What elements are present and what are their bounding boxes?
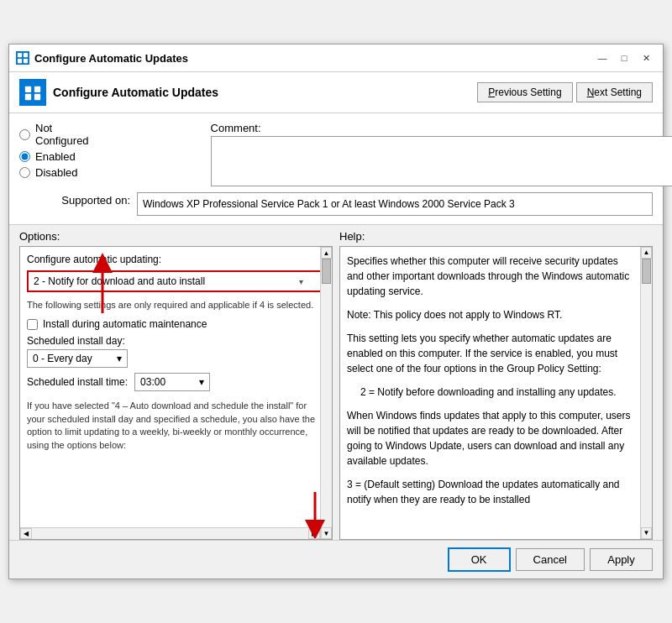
comment-label: Comment: — [211, 122, 672, 134]
dropdown-wrapper: 2 - Notify for download and auto install… — [27, 270, 325, 292]
svg-rect-1 — [24, 53, 28, 57]
ok-button[interactable]: OK — [448, 547, 511, 572]
next-setting-button[interactable]: Next Setting — [576, 82, 653, 102]
radio-not-configured: Not Configured — [19, 122, 89, 147]
not-configured-radio[interactable] — [19, 129, 30, 140]
scheduled-day-label: Scheduled install day: — [27, 335, 325, 347]
title-bar-left: Configure Automatic Updates — [16, 51, 188, 65]
nav-buttons: Previous Setting Next Setting — [477, 82, 653, 102]
help-scrollbar-v[interactable]: ▲ ▼ — [640, 247, 652, 539]
small-text: The following settings are only required… — [27, 299, 325, 312]
scroll-left-btn[interactable]: ◀ — [20, 528, 32, 539]
svg-rect-0 — [18, 53, 22, 57]
comment-section: Comment: — [211, 122, 672, 189]
svg-rect-7 — [34, 94, 40, 100]
help-panel: Help: Specifies whether this computer wi… — [339, 230, 653, 540]
close-button[interactable]: ✕ — [636, 50, 656, 66]
header-title: Configure Automatic Updates — [53, 86, 470, 99]
enabled-radio[interactable] — [19, 151, 30, 162]
two-panel: Options: Configure automatic updating: 2… — [9, 225, 663, 540]
svg-rect-5 — [34, 86, 40, 92]
scheduled-time-label: Scheduled install time: — [27, 376, 128, 388]
apply-button[interactable]: Apply — [590, 548, 653, 571]
radio-enabled: Enabled — [19, 150, 89, 163]
svg-rect-3 — [24, 59, 28, 63]
help-p6: 3 = (Default setting) Download the updat… — [347, 477, 645, 507]
header-icon — [19, 79, 46, 106]
window-icon — [16, 51, 29, 65]
help-p1: Specifies whether this computer will rec… — [347, 254, 645, 299]
dropdown-value: 2 - Notify for download and auto install — [34, 275, 205, 287]
help-p2: Note: This policy does not apply to Wind… — [347, 307, 645, 322]
enabled-label: Enabled — [35, 150, 76, 163]
options-scrollbar-v[interactable]: ▲ ▼ — [320, 247, 332, 539]
comment-textarea[interactable] — [211, 136, 672, 186]
scroll-up-btn[interactable]: ▲ — [321, 247, 332, 259]
maximize-button[interactable]: □ — [614, 50, 634, 66]
configure-dropdown[interactable]: 2 - Notify for download and auto install… — [27, 270, 325, 292]
scroll-track-h — [32, 528, 308, 539]
checkbox-item: Install during automatic maintenance — [27, 318, 325, 330]
options-scrollbar-h[interactable]: ◀ ▶ — [20, 527, 320, 539]
dropdown-arrow-icon: ▾ — [299, 277, 303, 286]
svg-rect-4 — [25, 86, 31, 92]
configure-label: Configure automatic updating: — [27, 254, 325, 265]
options-panel: Options: Configure automatic updating: 2… — [19, 230, 333, 540]
day-dropdown-icon: ▾ — [117, 353, 122, 364]
options-box: Configure automatic updating: 2 - Notify… — [19, 246, 333, 540]
supported-value: Windows XP Professional Service Pack 1 o… — [137, 192, 653, 216]
content-area: Not Configured Enabled Disabled Comment:… — [9, 113, 663, 225]
not-configured-label: Not Configured — [35, 122, 89, 147]
scheduled-day-select[interactable]: 0 - Every day ▾ — [27, 349, 128, 368]
help-scroll-up-btn[interactable]: ▲ — [641, 247, 652, 259]
checkbox-label: Install during automatic maintenance — [43, 318, 207, 330]
scheduled-time-select[interactable]: 03:00 ▾ — [134, 373, 210, 391]
minimize-button[interactable]: — — [592, 50, 612, 66]
disabled-radio[interactable] — [19, 167, 30, 178]
header-bar: Configure Automatic Updates Previous Set… — [9, 72, 663, 113]
bottom-option-text: If you have selected "4 – Auto download … — [27, 400, 325, 452]
install-checkbox[interactable] — [27, 319, 38, 330]
time-dropdown-icon: ▾ — [199, 376, 204, 388]
svg-rect-2 — [18, 59, 22, 63]
scroll-right-btn[interactable]: ▶ — [308, 528, 320, 539]
scroll-down-btn[interactable]: ▼ — [321, 527, 332, 539]
window-title: Configure Automatic Updates — [34, 52, 188, 65]
scroll-track — [321, 259, 332, 527]
title-bar: Configure Automatic Updates — □ ✕ — [9, 44, 663, 72]
radio-disabled: Disabled — [19, 166, 89, 179]
options-label: Options: — [19, 230, 333, 243]
help-scroll-track — [641, 259, 652, 527]
prev-setting-button[interactable]: Previous Setting — [477, 82, 572, 102]
svg-rect-6 — [25, 94, 31, 100]
help-box: Specifies whether this computer will rec… — [339, 246, 653, 540]
supported-row: Supported on: Windows XP Professional Se… — [19, 192, 653, 216]
bottom-bar: OK Cancel Apply — [9, 540, 663, 578]
help-p4: 2 = Notify before downloading and instal… — [347, 385, 645, 400]
main-window: Configure Automatic Updates — □ ✕ Config… — [8, 44, 664, 579]
cancel-button[interactable]: Cancel — [516, 548, 585, 571]
help-scroll-down-btn[interactable]: ▼ — [641, 527, 652, 539]
help-scroll-thumb[interactable] — [642, 259, 651, 284]
disabled-label: Disabled — [35, 166, 78, 179]
help-p3: This setting lets you specify whether au… — [347, 331, 645, 376]
help-p5: When Windows finds updates that apply to… — [347, 408, 645, 469]
supported-label: Supported on: — [19, 194, 137, 207]
radio-section: Not Configured Enabled Disabled — [19, 122, 89, 189]
scroll-thumb[interactable] — [322, 259, 331, 284]
title-bar-controls: — □ ✕ — [592, 50, 656, 66]
help-label: Help: — [339, 230, 653, 243]
